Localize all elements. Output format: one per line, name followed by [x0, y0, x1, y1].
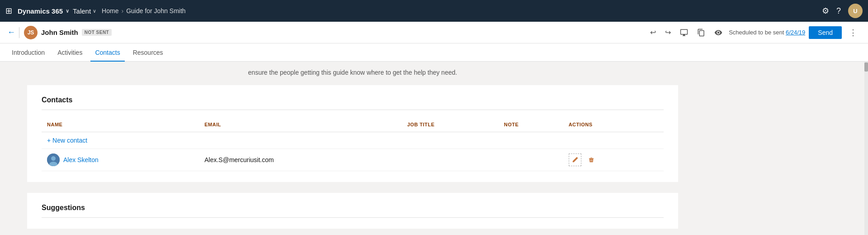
contact-name: John Smith — [41, 29, 78, 36]
redo-button[interactable]: ↪ — [662, 26, 674, 38]
subtitle-text: ensure the people getting this guide kno… — [27, 62, 678, 85]
header-bar: ← JS John Smith NOT SENT ↩ ↪ Scheduled t… — [0, 22, 868, 43]
suggestions-title: Suggestions — [42, 204, 664, 212]
scheduled-text: Scheduled to be sent 6/24/19 — [729, 29, 805, 36]
app-grid-icon[interactable]: ⊞ — [5, 6, 12, 16]
contact-name-with-avatar: Alex Skelton — [47, 153, 193, 166]
breadcrumb: Home › Guide for John Smith — [102, 7, 186, 14]
contact-email: Alex.S@mercuriusit.com — [199, 149, 401, 171]
help-icon[interactable]: ? — [836, 6, 841, 16]
suggestions-section: Suggestions — [27, 193, 678, 229]
tab-bar: Introduction Activities Contacts Resourc… — [0, 43, 868, 62]
column-header-email: EMAIL — [199, 117, 401, 132]
brand-name[interactable]: Dynamics 365 ∨ — [18, 7, 69, 15]
top-nav-right-icons: ⚙ ? U — [822, 4, 863, 18]
delete-contact-button[interactable] — [585, 153, 598, 166]
more-options-button[interactable]: ⋮ — [845, 26, 861, 39]
scroll-track[interactable] — [864, 62, 868, 235]
send-button[interactable]: Send — [809, 26, 842, 39]
user-avatar[interactable]: U — [848, 4, 863, 18]
edit-contact-button[interactable] — [569, 153, 581, 166]
settings-icon[interactable]: ⚙ — [822, 6, 829, 16]
monitor-button[interactable] — [677, 27, 691, 38]
new-contact-row[interactable]: + New contact — [42, 132, 664, 149]
main-content: ensure the people getting this guide kno… — [0, 62, 868, 235]
scheduled-date-link[interactable]: 6/24/19 — [786, 29, 805, 36]
new-contact-label[interactable]: + New contact — [42, 132, 664, 149]
scroll-thumb[interactable] — [864, 62, 868, 72]
module-chevron-icon: ∨ — [93, 8, 96, 14]
contacts-section: Contacts NAME EMAIL JOB TITLE NOTE ACTIO… — [27, 85, 678, 182]
contacts-section-title: Contacts — [42, 96, 664, 104]
tab-resources[interactable]: Resources — [128, 49, 168, 62]
column-header-actions: ACTIONS — [563, 117, 664, 132]
contact-note — [499, 149, 563, 171]
back-button[interactable]: ← — [7, 28, 15, 37]
column-header-jobtitle: JOB TITLE — [402, 117, 499, 132]
column-header-note: NOTE — [499, 117, 563, 132]
contact-full-name[interactable]: Alex Skelton — [63, 156, 99, 163]
content-area: ensure the people getting this guide kno… — [0, 62, 705, 235]
preview-button[interactable] — [712, 27, 725, 38]
contact-avatar-small — [47, 153, 60, 166]
table-row: Alex Skelton Alex.S@mercuriusit.com — [42, 149, 664, 171]
svg-point-1 — [51, 156, 56, 161]
undo-button[interactable]: ↩ — [647, 26, 659, 38]
action-icons-group — [569, 153, 658, 166]
header-right-controls: ↩ ↪ Scheduled to be sent 6/24/19 Send ⋮ — [647, 26, 861, 39]
tab-contacts[interactable]: Contacts — [90, 49, 124, 62]
module-name[interactable]: Talent ∨ — [73, 7, 96, 15]
table-header-row: NAME EMAIL JOB TITLE NOTE ACTIONS — [42, 117, 664, 132]
contacts-table: NAME EMAIL JOB TITLE NOTE ACTIONS + New … — [42, 117, 664, 171]
header-divider — [19, 27, 19, 38]
contact-name-cell: Alex Skelton — [42, 149, 199, 171]
tab-introduction[interactable]: Introduction — [7, 49, 49, 62]
column-header-name: NAME — [42, 117, 199, 132]
clipboard-button[interactable] — [694, 27, 708, 38]
breadcrumb-current: Guide for John Smith — [126, 7, 186, 14]
contact-avatar: JS — [24, 26, 38, 39]
suggestions-divider — [42, 217, 664, 218]
contacts-divider — [42, 110, 664, 110]
brand-chevron-icon: ∨ — [66, 8, 69, 14]
breadcrumb-separator: › — [121, 7, 123, 14]
contact-actions — [563, 149, 664, 171]
top-navigation: ⊞ Dynamics 365 ∨ Talent ∨ Home › Guide f… — [0, 0, 868, 22]
not-sent-badge: NOT SENT — [82, 29, 112, 36]
contact-job-title — [402, 149, 499, 171]
breadcrumb-home[interactable]: Home — [102, 7, 118, 14]
tab-activities[interactable]: Activities — [53, 49, 87, 62]
